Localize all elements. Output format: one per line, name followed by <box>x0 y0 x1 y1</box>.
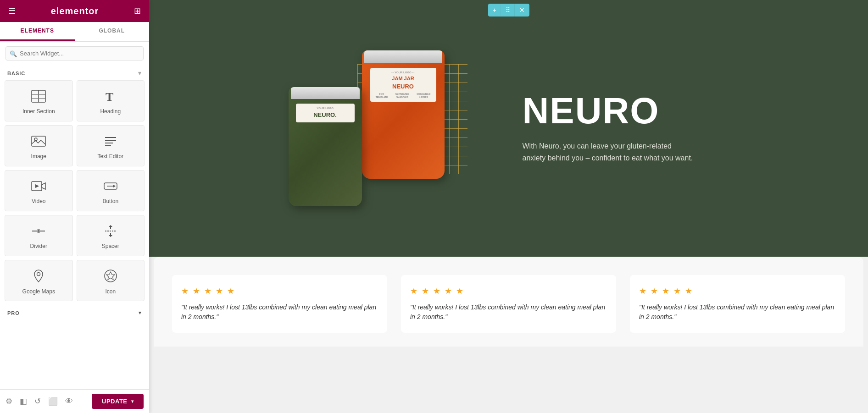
widget-spacer-label: Spacer <box>102 243 119 249</box>
inner-section-icon <box>31 90 46 105</box>
search-bar: 🔍 <box>0 42 149 65</box>
widget-video-label: Video <box>32 198 45 204</box>
review-card-1: ★ ★ ★ ★ ★ "It really works! I lost 13lbs… <box>172 275 387 333</box>
basic-chevron-icon: ▾ <box>138 70 142 77</box>
grid-icon[interactable]: ⊞ <box>134 6 141 16</box>
jar-second: YOUR LOGO NEURO. <box>289 87 362 206</box>
review-stars-2: ★ ★ ★ ★ ★ <box>410 286 607 296</box>
widget-button[interactable]: Button <box>77 170 145 211</box>
widget-video[interactable]: Video <box>5 170 73 211</box>
widget-divider[interactable]: Divider <box>5 215 73 256</box>
widget-text-editor-label: Text Editor <box>97 153 123 160</box>
widget-google-maps[interactable]: Google Maps <box>5 260 73 301</box>
spacer-icon <box>103 225 118 239</box>
widget-button-label: Button <box>102 198 118 204</box>
basic-widget-grid: Inner Section T Heading <box>0 80 149 305</box>
widgets-area: BASIC ▾ Inner Section <box>0 65 149 389</box>
right-content: + ⠿ ✕ <box>149 0 868 413</box>
widget-icon[interactable]: Icon <box>77 260 145 301</box>
svg-point-8 <box>34 138 37 141</box>
floating-toolbar: + ⠿ ✕ <box>488 4 529 17</box>
svg-marker-25 <box>106 272 115 280</box>
responsive-icon[interactable]: ⬜ <box>48 396 58 406</box>
review-text-1: "It really works! I lost 13lbs combined … <box>181 303 378 322</box>
hamburger-icon[interactable]: ☰ <box>8 6 16 16</box>
widget-inner-section[interactable]: Inner Section <box>5 80 73 121</box>
divider-icon <box>31 225 46 239</box>
settings-icon[interactable]: ⚙ <box>6 396 12 406</box>
review-card-2: ★ ★ ★ ★ ★ "It really works! I lost 13lbs… <box>401 275 616 333</box>
search-icon: 🔍 <box>10 50 17 57</box>
widget-google-maps-label: Google Maps <box>22 288 55 295</box>
hero-description: With Neuro, you can leave your gluten-re… <box>523 140 697 164</box>
widget-heading-label: Heading <box>100 108 121 115</box>
eye-icon[interactable]: 👁 <box>65 397 73 406</box>
search-input[interactable] <box>6 46 144 61</box>
jar-label-main: ···· YOUR LOGO ···· JAM JAR NEURO FORTEM… <box>370 68 436 102</box>
tab-elements[interactable]: ELEMENTS <box>0 22 75 41</box>
footer-icons: ⚙ ◧ ↺ ⬜ 👁 <box>6 396 73 406</box>
svg-point-23 <box>37 273 40 276</box>
hero-inner: ···· YOUR LOGO ···· JAM JAR NEURO FORTEM… <box>256 37 761 220</box>
image-icon <box>31 135 46 149</box>
panel-footer: ⚙ ◧ ↺ ⬜ 👁 UPDATE ▾ <box>0 389 149 413</box>
widget-divider-label: Divider <box>30 243 47 249</box>
basic-section-label: BASIC <box>7 71 25 76</box>
left-panel: ☰ elementor ⊞ ELEMENTS GLOBAL 🔍 BASIC ▾ <box>0 0 149 413</box>
panel-header: ☰ elementor ⊞ <box>0 0 149 22</box>
update-button[interactable]: UPDATE ▾ <box>92 394 144 409</box>
svg-rect-7 <box>32 136 45 146</box>
svg-text:T: T <box>106 90 113 103</box>
basic-section-header[interactable]: BASIC ▾ <box>0 65 149 80</box>
pro-section-label: PRO <box>7 310 20 316</box>
hero-section: + ⠿ ✕ <box>149 0 868 257</box>
pro-chevron-icon: ▾ <box>139 310 142 316</box>
svg-marker-17 <box>113 185 116 187</box>
widget-spacer[interactable]: Spacer <box>77 215 145 256</box>
hero-text-area: NEURO With Neuro, you can leave your glu… <box>513 93 761 164</box>
elementor-logo: elementor <box>51 6 99 17</box>
add-section-button[interactable]: + <box>488 4 501 17</box>
widget-heading[interactable]: T Heading <box>77 80 145 121</box>
review-text-2: "It really works! I lost 13lbs combined … <box>410 303 607 322</box>
jar-container: ···· YOUR LOGO ···· JAM JAR NEURO FORTEM… <box>279 37 472 220</box>
hero-image-area: ···· YOUR LOGO ···· JAM JAR NEURO FORTEM… <box>256 37 495 220</box>
widget-image[interactable]: Image <box>5 125 73 166</box>
update-chevron-icon: ▾ <box>131 399 134 404</box>
widget-text-editor[interactable]: Text Editor <box>77 125 145 166</box>
layers-icon[interactable]: ◧ <box>20 396 27 406</box>
close-section-button[interactable]: ✕ <box>515 4 529 17</box>
jar-label-second: YOUR LOGO NEURO. <box>296 104 355 122</box>
icon-icon <box>104 269 117 285</box>
jar-lid-main <box>364 50 442 63</box>
move-section-button[interactable]: ⠿ <box>501 4 515 17</box>
review-card-3: ★ ★ ★ ★ ★ "It really works! I lost 13lbs… <box>630 275 845 333</box>
review-text-3: "It really works! I lost 13lbs combined … <box>639 303 836 322</box>
widget-icon-label: Icon <box>105 288 116 295</box>
heading-icon: T <box>104 90 117 105</box>
tab-global[interactable]: GLOBAL <box>75 22 150 41</box>
pro-section-header[interactable]: PRO ▾ <box>0 305 149 319</box>
widget-image-label: Image <box>31 153 46 160</box>
maps-icon <box>32 269 45 285</box>
hero-title: NEURO <box>523 93 761 129</box>
widget-inner-section-label: Inner Section <box>22 108 55 115</box>
reviews-grid: ★ ★ ★ ★ ★ "It really works! I lost 13lbs… <box>172 275 845 333</box>
review-stars-1: ★ ★ ★ ★ ★ <box>181 286 378 296</box>
update-label: UPDATE <box>102 398 127 405</box>
video-icon <box>31 180 46 194</box>
panel-tabs: ELEMENTS GLOBAL <box>0 22 149 42</box>
review-stars-3: ★ ★ ★ ★ ★ <box>639 286 836 296</box>
svg-marker-14 <box>35 184 39 188</box>
reviews-section: ★ ★ ★ ★ ★ "It really works! I lost 13lbs… <box>154 257 863 347</box>
text-editor-icon <box>104 135 117 149</box>
jar-lid-second <box>291 87 360 99</box>
history-icon[interactable]: ↺ <box>34 396 41 406</box>
jar-main: ···· YOUR LOGO ···· JAM JAR NEURO FORTEM… <box>362 50 445 179</box>
button-icon <box>103 180 118 194</box>
